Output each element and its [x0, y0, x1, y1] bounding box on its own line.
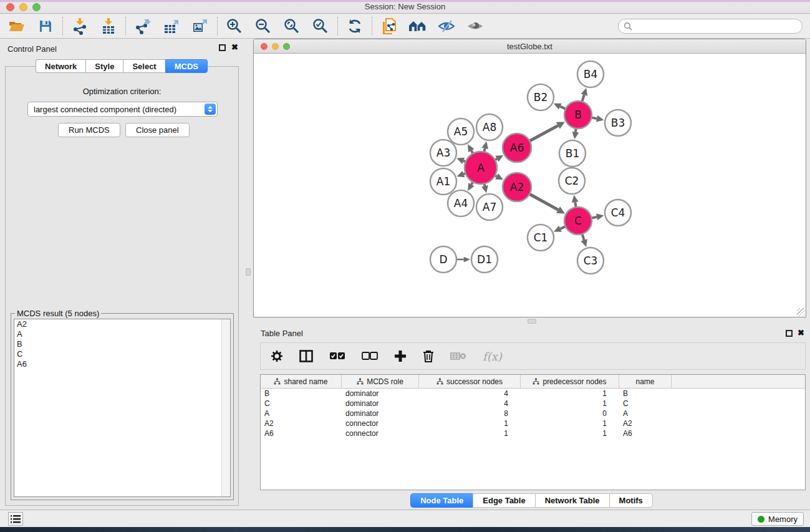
- clone-network-icon[interactable]: [380, 17, 398, 36]
- graph-node-label-A1: A1: [436, 175, 450, 188]
- run-mcds-button[interactable]: Run MCDS: [58, 123, 120, 137]
- refresh-icon[interactable]: [345, 17, 364, 36]
- table-row[interactable]: C dominator 4 1 C: [261, 399, 805, 409]
- tab-mcds[interactable]: MCDS: [165, 59, 208, 73]
- list-icon: [11, 515, 21, 523]
- zoom-in-icon[interactable]: [225, 17, 244, 36]
- horizontal-splitter[interactable]: [253, 317, 810, 325]
- main-area: Control Panel ✖ Optimization criterion: …: [0, 39, 810, 510]
- export-network-icon[interactable]: [133, 17, 152, 36]
- graph-node-label-C: C: [574, 215, 582, 227]
- app-titlebar: Session: New Session: [0, 0, 810, 14]
- tab-network-table[interactable]: Network Table: [535, 493, 609, 508]
- graph-arrowhead: [581, 239, 587, 247]
- column-namespace-icon: [274, 378, 281, 385]
- list-item[interactable]: A6: [14, 359, 230, 369]
- import-table-icon[interactable]: [99, 17, 118, 36]
- main-toolbar: [0, 14, 810, 39]
- table-header-row: shared name MCDS role successor nodes pr…: [261, 375, 805, 389]
- graph-node-label-D1: D1: [477, 253, 492, 266]
- status-bar: Memory: [0, 510, 810, 527]
- apply-function-icon[interactable]: f(x): [483, 350, 502, 363]
- table-toolbar: f(x): [260, 342, 806, 370]
- table-row[interactable]: A2 connector 1 1 A2: [261, 418, 805, 428]
- table-panel-close-icon[interactable]: ✖: [798, 328, 804, 337]
- control-panel-title: Control Panel: [7, 44, 57, 54]
- task-history-button[interactable]: [8, 512, 23, 526]
- graph-arrowhead: [581, 88, 588, 96]
- show-eye-icon[interactable]: [466, 17, 485, 36]
- column-header-successor-nodes[interactable]: successor nodes: [419, 375, 521, 388]
- graph-node-label-B3: B3: [611, 117, 625, 129]
- close-panel-button[interactable]: Close panel: [125, 123, 190, 137]
- zoom-out-icon[interactable]: [254, 17, 272, 36]
- graph-node-label-A7: A7: [483, 201, 496, 213]
- control-panel-close-icon[interactable]: ✖: [231, 42, 238, 52]
- select-stepper-icon: [205, 104, 216, 115]
- graph-arrowhead: [464, 257, 470, 263]
- table-panel-float-icon[interactable]: [786, 330, 793, 337]
- zoom-fit-icon[interactable]: [282, 17, 301, 36]
- home-view-icon[interactable]: [408, 17, 427, 36]
- hide-eye-icon[interactable]: [437, 17, 456, 36]
- column-header-shared-name[interactable]: shared name: [261, 375, 342, 388]
- list-item[interactable]: B: [14, 339, 230, 349]
- tab-edge-table[interactable]: Edge Table: [473, 493, 534, 508]
- graph-node-label-A5: A5: [454, 125, 468, 138]
- graph-node-label-C2: C2: [565, 175, 579, 187]
- column-header-predecessor-nodes[interactable]: predecessor nodes: [521, 375, 619, 388]
- graph-arrowhead: [596, 213, 604, 220]
- export-image-icon[interactable]: [191, 17, 210, 36]
- delete-column-trash-icon[interactable]: [423, 350, 434, 362]
- tab-select[interactable]: Select: [123, 59, 165, 73]
- open-session-icon[interactable]: [7, 17, 26, 36]
- zoom-selected-icon[interactable]: [311, 17, 330, 36]
- column-namespace-icon: [533, 378, 539, 385]
- graph-arrowhead: [481, 141, 488, 148]
- criterion-select[interactable]: largest connected component (directed): [27, 102, 218, 117]
- show-columns-icon[interactable]: [299, 350, 313, 362]
- unselect-all-columns-icon[interactable]: [362, 352, 378, 360]
- optimization-criterion-label: Optimization criterion:: [6, 87, 238, 96]
- tab-node-table[interactable]: Node Table: [410, 493, 473, 508]
- add-column-icon[interactable]: [394, 350, 407, 362]
- tab-network[interactable]: Network: [36, 59, 85, 73]
- network-canvas[interactable]: B4B2BB3B1A5A8A6A3AA1A4A7A2C2CC4C1C3DD1: [254, 54, 806, 317]
- select-all-columns-icon[interactable]: [329, 352, 345, 360]
- tab-style[interactable]: Style: [85, 59, 123, 73]
- list-item[interactable]: A: [14, 329, 230, 339]
- delete-table-icon[interactable]: [450, 351, 466, 361]
- memory-status-icon: [758, 516, 764, 523]
- export-table-icon[interactable]: [162, 17, 181, 36]
- search-container: [618, 19, 803, 34]
- node-table: shared name MCDS role successor nodes pr…: [260, 374, 806, 490]
- graph-node-label-B1: B1: [566, 147, 579, 160]
- graph-arrowhead: [572, 195, 579, 203]
- tab-motifs[interactable]: Motifs: [609, 493, 653, 508]
- import-network-icon[interactable]: [70, 17, 89, 36]
- mcds-result-title: MCDS result (5 nodes): [15, 309, 101, 318]
- vertical-splitter[interactable]: [243, 39, 253, 510]
- list-item[interactable]: A2: [14, 319, 230, 329]
- table-row[interactable]: B dominator 4 1 B: [261, 389, 805, 399]
- save-session-icon[interactable]: [36, 17, 55, 36]
- graph-node-label-A3: A3: [436, 147, 450, 159]
- result-scrollbar[interactable]: [221, 319, 230, 496]
- table-row[interactable]: A dominator 8 0 A: [261, 409, 805, 418]
- graph-node-label-A: A: [477, 162, 485, 174]
- column-header-mcds-role[interactable]: MCDS role: [342, 375, 419, 388]
- network-window-titlebar[interactable]: testGlobe.txt: [254, 39, 806, 54]
- column-header-name[interactable]: name: [619, 375, 672, 388]
- table-options-gear-icon[interactable]: [271, 350, 283, 362]
- memory-button[interactable]: Memory: [751, 512, 804, 526]
- table-row[interactable]: A6 connector 1 1 A6: [261, 428, 805, 438]
- graph-node-label-A8: A8: [483, 121, 496, 133]
- column-namespace-icon: [357, 378, 364, 385]
- control-panel-float-icon[interactable]: [219, 44, 226, 51]
- graph-node-label-C3: C3: [584, 254, 598, 267]
- splitter-grip[interactable]: [246, 268, 251, 276]
- search-input[interactable]: [618, 19, 803, 34]
- list-item[interactable]: C: [14, 349, 230, 359]
- window-resize-grip[interactable]: [797, 308, 805, 316]
- splitter-grip[interactable]: [528, 319, 536, 324]
